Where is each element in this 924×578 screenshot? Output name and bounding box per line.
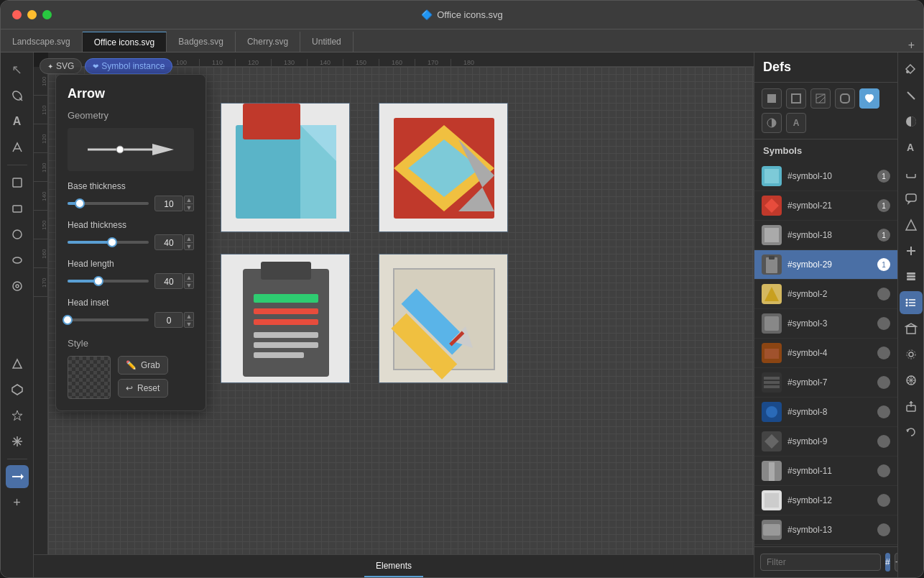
tab-office[interactable]: Office icons.svg — [83, 32, 167, 52]
window-title: 🔷 Office icons.svg — [421, 9, 503, 20]
svg-rect-35 — [254, 308, 318, 314]
symbol-item-13[interactable]: #symbol-13 — [754, 515, 897, 545]
tab-badges[interactable]: Badges.svg — [167, 32, 236, 52]
head-length-up[interactable]: ▲ — [184, 273, 194, 281]
canvas-icon-4[interactable] — [379, 254, 508, 383]
star-tool[interactable] — [6, 404, 29, 427]
reset-button[interactable]: ↩ Reset — [118, 379, 168, 398]
symbols-header: Symbols — [754, 139, 897, 162]
svg-rect-3 — [13, 178, 22, 187]
triangle-tool-r[interactable] — [900, 214, 923, 237]
triangle-tool[interactable] — [6, 352, 29, 375]
snowflake-tool[interactable] — [6, 430, 29, 453]
defs-header: Defs — [754, 52, 897, 83]
measure-tool[interactable] — [900, 162, 923, 185]
base-thickness-up[interactable]: ▲ — [184, 196, 194, 203]
select-tool[interactable] — [6, 171, 29, 194]
font-tool[interactable]: A — [900, 136, 923, 159]
ellipse-tool[interactable] — [6, 249, 29, 272]
head-length-slider[interactable] — [68, 280, 149, 283]
hatch-icon[interactable] — [810, 88, 831, 109]
symbol-8-count — [877, 405, 890, 418]
symbol-item-12[interactable]: #symbol-12 — [754, 486, 897, 515]
rect-fill-icon[interactable] — [762, 88, 782, 109]
canvas-icon-2[interactable] — [379, 103, 508, 232]
symbol-item-21[interactable]: #symbol-21 1 — [754, 191, 897, 221]
line-tool[interactable] — [900, 84, 923, 107]
grab-button[interactable]: ✏️ Grab — [118, 356, 168, 375]
head-inset-up[interactable]: ▲ — [184, 312, 194, 320]
plus-tool[interactable]: + — [6, 491, 29, 514]
symbol-item-18[interactable]: #symbol-18 1 — [754, 221, 897, 250]
canvas[interactable]: Arrow Geometry — [48, 67, 754, 554]
speech-bubble-tool[interactable] — [900, 188, 923, 211]
circle-tool[interactable] — [6, 223, 29, 246]
building-tool[interactable] — [900, 317, 923, 340]
symbol-item-9[interactable]: #symbol-9 — [754, 427, 897, 457]
undo-tool[interactable] — [900, 421, 923, 444]
rectangle-tool[interactable] — [6, 197, 29, 220]
head-length-down[interactable]: ▼ — [184, 281, 194, 289]
paint-bucket-tool[interactable] — [900, 58, 923, 81]
tab-landscape[interactable]: Landscape.svg — [1, 32, 83, 52]
symbol-item-10[interactable]: #symbol-10 1 — [754, 162, 897, 191]
polygon-tool[interactable] — [6, 378, 29, 401]
head-thickness-slider[interactable] — [68, 241, 149, 244]
node-tool[interactable] — [6, 136, 29, 159]
maximize-button[interactable] — [42, 10, 52, 19]
rect-stroke-icon[interactable] — [786, 88, 806, 109]
symbol-item-8[interactable]: #symbol-8 — [754, 398, 897, 427]
close-button[interactable] — [12, 10, 22, 19]
symbol-item-2[interactable]: #symbol-2 — [754, 280, 897, 309]
layers-tool[interactable] — [900, 265, 923, 288]
arrow-tool[interactable] — [6, 465, 29, 488]
snowflake-tool-r[interactable] — [900, 369, 923, 392]
half-moon-tool[interactable] — [6, 301, 29, 324]
symbol-29-name: #symbol-29 — [787, 260, 877, 270]
breadcrumb-svg[interactable]: ✦ SVG — [40, 58, 82, 74]
text-icon[interactable]: A — [786, 113, 806, 133]
base-thickness-slider[interactable] — [68, 202, 149, 205]
target-tool[interactable] — [6, 275, 29, 298]
text-tool[interactable]: A — [6, 110, 29, 133]
symbol-item-3[interactable]: #symbol-3 — [754, 309, 897, 339]
symbol-item-11[interactable]: #symbol-11 — [754, 457, 897, 486]
head-length-control: Head length 40 ▲ — [68, 259, 194, 289]
tab-add-button[interactable]: + — [900, 39, 923, 52]
base-thickness-value: 10 — [154, 196, 183, 211]
tab-cherry[interactable]: Cherry.svg — [236, 32, 300, 52]
canvas-icon-1[interactable] — [221, 103, 350, 232]
svg-rect-60 — [766, 257, 777, 273]
elements-tab[interactable]: Elements — [364, 555, 423, 577]
list-tool[interactable] — [900, 291, 923, 314]
svg-rect-51 — [841, 94, 849, 103]
filter-hash-button[interactable]: # — [885, 553, 890, 572]
heart-fill-icon[interactable] — [859, 88, 879, 109]
style-row: ✏️ Grab ↩ Reset — [68, 356, 194, 399]
head-thickness-down[interactable]: ▼ — [184, 242, 194, 250]
svg-rect-61 — [769, 256, 775, 260]
circle-half-icon[interactable] — [762, 113, 782, 133]
symbol-3-name: #symbol-3 — [787, 318, 877, 329]
canvas-icon-3[interactable] — [221, 254, 350, 383]
filter-input[interactable] — [760, 554, 881, 571]
svg-rect-36 — [254, 319, 318, 325]
symbol-item-7[interactable]: #symbol-7 — [754, 368, 897, 398]
head-inset-slider[interactable] — [68, 318, 149, 321]
corner-radius-icon[interactable] — [835, 88, 855, 109]
head-inset-down[interactable]: ▼ — [184, 320, 194, 328]
contrast-tool[interactable] — [900, 110, 923, 133]
tab-untitled[interactable]: Untitled — [300, 32, 354, 52]
minimize-button[interactable] — [27, 10, 37, 19]
settings-tool[interactable] — [900, 343, 923, 366]
crescent-tool[interactable] — [6, 326, 29, 349]
symbol-item-4[interactable]: #symbol-4 — [754, 339, 897, 368]
head-thickness-up[interactable]: ▲ — [184, 234, 194, 242]
grab-icon: ✏️ — [126, 360, 137, 370]
breadcrumb-symbol[interactable]: ❤ Symbol instance — [85, 58, 172, 74]
base-thickness-down[interactable]: ▼ — [184, 203, 194, 211]
export-tool[interactable] — [900, 395, 923, 418]
symbol-item-29[interactable]: #symbol-29 1 — [754, 250, 897, 280]
pen-tool[interactable] — [6, 84, 29, 107]
plus-tool-r[interactable] — [900, 239, 923, 262]
